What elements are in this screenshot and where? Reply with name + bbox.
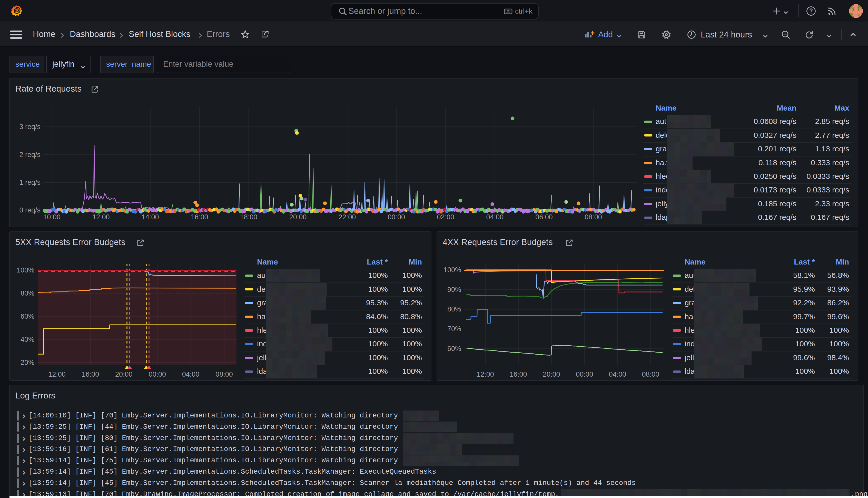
svg-text:12:00: 12:00	[48, 370, 66, 378]
svg-text:60%: 60%	[448, 345, 461, 353]
svg-text:80%: 80%	[21, 289, 35, 297]
svg-text:16:00: 16:00	[82, 370, 99, 378]
svg-text:100%: 100%	[443, 266, 461, 274]
svg-text:08:00: 08:00	[215, 370, 233, 378]
svg-text:04:00: 04:00	[609, 370, 626, 378]
svg-text:00:00: 00:00	[576, 370, 593, 378]
svg-text:2 req/s: 2 req/s	[19, 151, 41, 159]
svg-text:12:00: 12:00	[477, 370, 494, 378]
svg-text:3 req/s: 3 req/s	[19, 123, 41, 131]
svg-text:16:00: 16:00	[191, 213, 208, 221]
svg-text:04:00: 04:00	[486, 213, 504, 221]
svg-text:12:00: 12:00	[92, 213, 110, 221]
svg-text:04:00: 04:00	[182, 370, 200, 378]
svg-text:20%: 20%	[21, 359, 35, 366]
svg-text:100%: 100%	[17, 266, 35, 274]
svg-text:22:00: 22:00	[338, 213, 356, 221]
svg-text:20:00: 20:00	[115, 370, 133, 378]
svg-text:0 req/s: 0 req/s	[19, 206, 41, 214]
svg-text:00:00: 00:00	[388, 213, 405, 221]
svg-text:20:00: 20:00	[289, 213, 307, 221]
svg-text:10:00: 10:00	[43, 213, 61, 221]
svg-text:1 req/s: 1 req/s	[19, 179, 41, 186]
svg-text:40%: 40%	[21, 336, 35, 343]
svg-text:06:00: 06:00	[535, 213, 553, 221]
svg-text:80%: 80%	[448, 305, 461, 313]
svg-text:08:00: 08:00	[642, 370, 659, 378]
svg-text:18:00: 18:00	[240, 213, 257, 221]
svg-text:16:00: 16:00	[510, 370, 527, 378]
svg-text:60%: 60%	[21, 313, 35, 320]
svg-text:02:00: 02:00	[437, 213, 454, 221]
svg-text:20:00: 20:00	[543, 370, 560, 378]
svg-text:70%: 70%	[448, 325, 461, 333]
svg-text:08:00: 08:00	[585, 213, 602, 221]
svg-text:90%: 90%	[448, 286, 461, 293]
svg-text:00:00: 00:00	[148, 370, 166, 378]
svg-text:14:00: 14:00	[142, 213, 159, 221]
